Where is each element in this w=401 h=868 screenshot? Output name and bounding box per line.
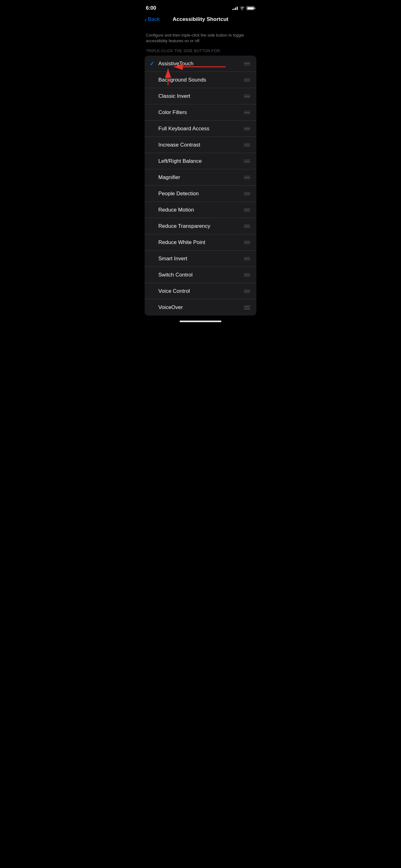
item-label-reduce-white-point: Reduce White Point bbox=[158, 239, 243, 246]
item-label-classic-invert: Classic Invert bbox=[158, 93, 243, 99]
back-button[interactable]: ‹ Back bbox=[144, 16, 160, 23]
drag-handle-color-filters[interactable] bbox=[243, 110, 252, 116]
list-item-magnifier[interactable]: Magnifier bbox=[144, 169, 257, 186]
item-label-voiceover: VoiceOver bbox=[158, 304, 243, 311]
item-label-people-detection: People Detection bbox=[158, 191, 243, 197]
back-chevron-icon: ‹ bbox=[144, 16, 147, 23]
list-item-reduce-white-point[interactable]: Reduce White Point bbox=[144, 234, 257, 251]
home-indicator bbox=[179, 320, 222, 322]
list-item-background-sounds[interactable]: Background Sounds bbox=[144, 72, 257, 88]
item-label-switch-control: Switch Control bbox=[158, 272, 243, 278]
item-label-reduce-transparency: Reduce Transparency bbox=[158, 223, 243, 229]
status-bar: 6:00 bbox=[140, 0, 261, 14]
drag-handle-full-keyboard-access[interactable] bbox=[243, 126, 252, 132]
list-item-voice-control[interactable]: Voice Control bbox=[144, 283, 257, 299]
list-item-increase-contrast[interactable]: Increase Contrast bbox=[144, 137, 257, 153]
item-label-full-keyboard-access: Full Keyboard Access bbox=[158, 126, 243, 132]
list-container: ✓AssistiveTouchBackground SoundsClassic … bbox=[144, 56, 257, 316]
item-label-background-sounds: Background Sounds bbox=[158, 77, 243, 83]
drag-handle-voiceover[interactable] bbox=[243, 305, 252, 311]
list-item-people-detection[interactable]: People Detection bbox=[144, 186, 257, 202]
list-item-smart-invert[interactable]: Smart Invert bbox=[144, 251, 257, 267]
item-label-left-right-balance: Left/Right Balance bbox=[158, 158, 243, 164]
back-label: Back bbox=[148, 16, 160, 23]
item-label-voice-control: Voice Control bbox=[158, 288, 243, 294]
drag-handle-reduce-motion[interactable] bbox=[243, 207, 252, 213]
drag-handle-left-right-balance[interactable] bbox=[243, 158, 252, 164]
item-label-magnifier: Magnifier bbox=[158, 174, 243, 181]
drag-handle-reduce-white-point[interactable] bbox=[243, 240, 252, 246]
drag-handle-switch-control[interactable] bbox=[243, 272, 252, 278]
drag-handle-people-detection[interactable] bbox=[243, 191, 252, 197]
list-item-switch-control[interactable]: Switch Control bbox=[144, 267, 257, 283]
section-label: TRIPLE-CLICK THE SIDE BUTTON FOR: bbox=[140, 49, 261, 56]
list-item-color-filters[interactable]: Color Filters bbox=[144, 104, 257, 121]
drag-handle-background-sounds[interactable] bbox=[243, 77, 252, 83]
list-item-voiceover[interactable]: VoiceOver bbox=[144, 299, 257, 316]
description-text: Configure and then triple-click the side… bbox=[140, 26, 261, 49]
drag-handle-smart-invert[interactable] bbox=[243, 256, 252, 262]
drag-handle-classic-invert[interactable] bbox=[243, 93, 252, 99]
battery-icon bbox=[246, 6, 255, 10]
annotation-container: ✓AssistiveTouchBackground SoundsClassic … bbox=[140, 56, 261, 316]
list-item-reduce-transparency[interactable]: Reduce Transparency bbox=[144, 218, 257, 234]
page-title: Accessibility Shortcut bbox=[173, 16, 229, 23]
item-label-assistive-touch: AssistiveTouch bbox=[158, 61, 243, 67]
drag-handle-magnifier[interactable] bbox=[243, 175, 252, 181]
list-item-classic-invert[interactable]: Classic Invert bbox=[144, 88, 257, 104]
item-label-reduce-motion: Reduce Motion bbox=[158, 207, 243, 213]
item-label-smart-invert: Smart Invert bbox=[158, 256, 243, 262]
drag-handle-reduce-transparency[interactable] bbox=[243, 223, 252, 229]
nav-header: ‹ Back Accessibility Shortcut bbox=[140, 14, 261, 26]
list-item-reduce-motion[interactable]: Reduce Motion bbox=[144, 202, 257, 218]
drag-handle-voice-control[interactable] bbox=[243, 288, 252, 294]
list-item-assistive-touch[interactable]: ✓AssistiveTouch bbox=[144, 56, 257, 72]
signal-icon bbox=[232, 6, 238, 10]
list-item-full-keyboard-access[interactable]: Full Keyboard Access bbox=[144, 121, 257, 137]
item-label-color-filters: Color Filters bbox=[158, 110, 243, 116]
status-icons bbox=[232, 6, 255, 10]
item-label-increase-contrast: Increase Contrast bbox=[158, 142, 243, 148]
drag-handle-assistive-touch[interactable] bbox=[243, 61, 252, 67]
check-mark-assistive-touch: ✓ bbox=[149, 60, 158, 67]
status-time: 6:00 bbox=[146, 5, 156, 11]
drag-handle-increase-contrast[interactable] bbox=[243, 142, 252, 148]
list-item-left-right-balance[interactable]: Left/Right Balance bbox=[144, 153, 257, 169]
wifi-icon bbox=[239, 6, 244, 10]
